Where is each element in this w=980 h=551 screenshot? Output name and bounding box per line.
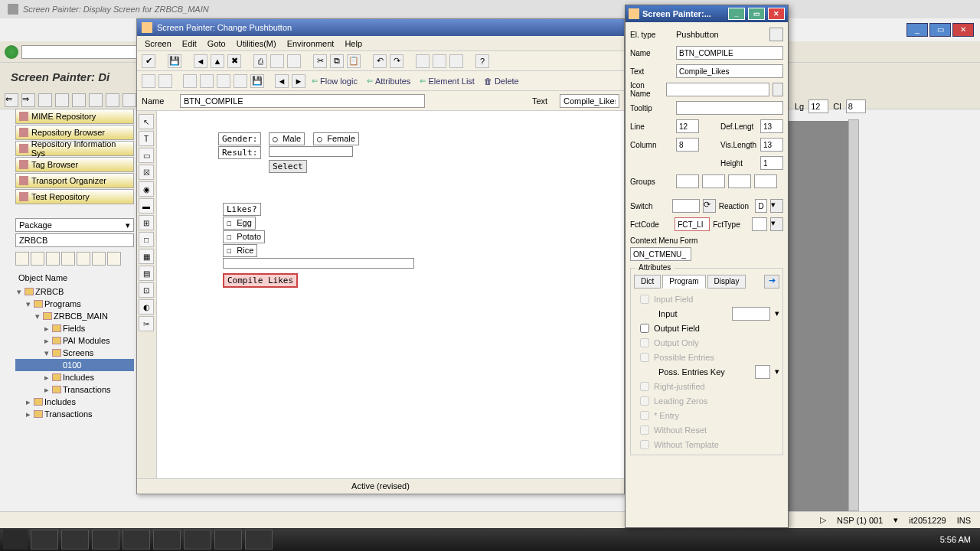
save-icon[interactable]: 💾 [168,54,181,68]
status-play-icon[interactable]: ▷ [820,515,826,525]
prop-text-input[interactable] [676,64,783,78]
tool-icon[interactable] [183,74,197,88]
select-button[interactable]: Select [269,160,307,173]
redo-icon[interactable]: ↷ [390,54,403,68]
cl-input[interactable] [846,99,866,113]
editor-title-bar[interactable]: Screen Painter: Change Pushbutton [137,19,624,36]
radio-male[interactable]: Male [269,132,305,145]
tool-icon[interactable]: ✂ [139,316,154,331]
tree-node-includes[interactable]: ▸Includes [15,371,134,383]
dropdown-icon[interactable]: ▾ [775,367,779,377]
bg-scrollbar[interactable] [848,119,859,511]
status-tool-icon[interactable]: ◐ [139,299,154,315]
tool-icon[interactable] [449,54,463,68]
prop-col-input[interactable] [676,138,699,152]
prop-group2-input[interactable] [702,174,725,188]
tree-node-main[interactable]: ▾ZRBCB_MAIN [15,310,134,322]
tree-node-0100[interactable]: ·0100 [15,359,134,371]
nav-back-icon[interactable]: ⇐ [5,93,18,107]
tool-icon[interactable] [89,93,103,107]
check-tool-icon[interactable]: ☒ [139,165,154,180]
maximize-button[interactable]: ▭ [929,23,951,37]
tool-icon[interactable] [217,74,230,88]
tab-display[interactable]: Display [707,275,746,289]
print-icon[interactable]: ⎙ [253,54,267,68]
tab-program[interactable]: Program [662,275,705,289]
taskbar-item[interactable] [122,530,150,549]
tool-icon[interactable] [72,93,86,107]
tree-tool-icon[interactable] [92,252,106,266]
nav-test-repo[interactable]: Test Repository [15,189,134,204]
check-egg[interactable]: Egg [223,217,256,230]
tree-node-transactions[interactable]: ▸Transactions [15,383,134,396]
save-icon[interactable]: 💾 [250,74,264,88]
tool-icon[interactable] [122,93,136,107]
taskbar-item[interactable] [214,530,242,549]
menu-screen[interactable]: Screen [145,39,172,48]
button-tool-icon[interactable]: ▬ [139,198,154,214]
tree-tool-icon[interactable] [46,252,60,266]
input-tool-icon[interactable]: ▭ [139,148,154,163]
prop-reaction-input[interactable] [755,199,767,213]
menu-utilities[interactable]: Utilities(M) [237,39,276,48]
tab-tool-icon[interactable]: ⊞ [139,215,154,230]
exit-icon[interactable]: ✖ [227,54,241,68]
prop-fcttype-input[interactable] [752,217,767,231]
tree-node-fields[interactable]: ▸Fields [15,322,134,334]
prop-switch-input[interactable] [672,199,700,213]
radio-tool-icon[interactable]: ◉ [139,181,154,197]
taskbar-item[interactable] [245,530,273,549]
dropdown-icon[interactable]: ▾ [770,217,783,231]
tool-icon[interactable] [38,93,52,107]
tree-tool-icon[interactable] [77,252,90,266]
taskbar-item[interactable] [153,530,181,549]
nav-transport[interactable]: Transport Organizer [15,173,134,188]
tree-node-pai[interactable]: ▸PAI Modules [15,334,134,347]
enter-icon[interactable] [5,45,18,59]
system-tray[interactable]: 5:56 AM [940,535,977,544]
prop-group3-input[interactable] [728,174,751,188]
tool-icon[interactable] [106,93,119,107]
element-name-input[interactable] [180,94,425,108]
tab-dict[interactable]: Dict [634,275,661,289]
package-dropdown[interactable]: Package▾ [15,218,134,232]
table-tool-icon[interactable]: ▤ [139,266,154,281]
nav-tag-browser[interactable]: Tag Browser [15,157,134,172]
menu-help[interactable]: Help [345,39,362,48]
maximize-button[interactable]: ▭ [748,8,765,20]
paste-icon[interactable]: 📋 [347,54,361,68]
menu-environment[interactable]: Environment [287,39,335,48]
close-button[interactable]: ✕ [768,8,785,20]
tick-icon[interactable]: ✔ [142,54,155,68]
undo-icon[interactable]: ↶ [373,54,387,68]
start-button[interactable] [3,530,28,549]
minimize-button[interactable]: _ [906,23,928,37]
tree-node-includes2[interactable]: ▸Includes [15,396,134,408]
attributes-link[interactable]: ⇐Attributes [364,77,413,86]
posskey-dropdown[interactable] [755,365,770,379]
tool-icon[interactable] [234,74,247,88]
lg-input[interactable] [808,99,828,113]
next-icon[interactable]: ► [292,74,305,88]
package-input[interactable] [15,233,134,247]
delete-link[interactable]: 🗑Delete [481,77,522,86]
tree-tool-icon[interactable] [31,252,44,266]
element-list-link[interactable]: ⇐Element List [416,77,478,86]
taskbar-item[interactable] [31,530,58,549]
taskbar-item[interactable] [92,530,119,549]
tool-icon[interactable] [270,54,284,68]
design-canvas[interactable]: Gender: Male Female Result: Select Likes… [157,111,624,478]
tool-icon[interactable] [416,54,430,68]
prop-group1-input[interactable] [676,174,699,188]
tree-tool-icon[interactable] [61,252,75,266]
icon-picker-icon[interactable] [773,83,783,96]
compile-likes-button[interactable]: Compile Likes [223,273,298,288]
pointer-tool-icon[interactable]: ↖ [139,114,154,129]
props-title-bar[interactable]: Screen Painter:... _ ▭ ✕ [626,5,788,22]
up-icon[interactable]: ▲ [211,54,224,68]
prop-ctxmenu-input[interactable] [630,247,691,261]
dropdown-icon[interactable]: ▾ [775,308,779,318]
likes-output-field[interactable] [223,258,414,269]
close-button[interactable]: ✕ [952,23,974,37]
tree-tool-icon[interactable] [15,252,29,266]
